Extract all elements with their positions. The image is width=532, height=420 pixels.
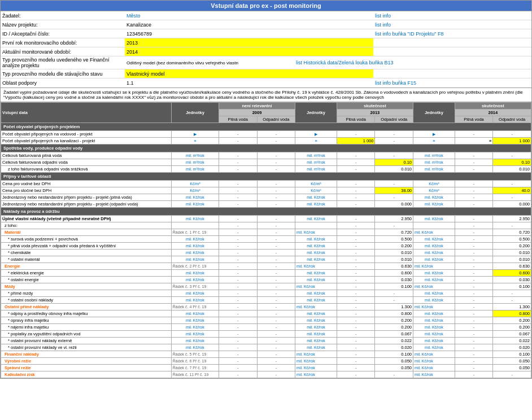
table-row: * pitná voda převzatá + odpadní voda pře… [1, 243, 531, 250]
row-units: mil. Kč/rok [171, 194, 219, 201]
row-units-2013: ▶ [295, 131, 337, 138]
cell-2013-o: 0.010 [375, 250, 413, 256]
cell-2014-p: - [455, 277, 493, 283]
cell-2009-p: - [219, 344, 257, 351]
value-aktualni[interactable]: 2014 [125, 47, 373, 56]
sub-pitna-2013: Pitná voda [337, 116, 375, 123]
sub-odpadni-2009: Odpadní voda [257, 116, 295, 123]
cell-2009-p: - [219, 256, 257, 263]
cell-2014-o: 0.10 [493, 159, 531, 166]
row-units-2: mil. Kč/rok [295, 351, 337, 358]
cell-2013-o: - [375, 181, 413, 187]
cell-2009-p: - [219, 351, 257, 358]
cell-2014-o: 0.800 [493, 310, 531, 317]
table-row: Jednorázový nebo nestandardní příjem pro… [1, 194, 531, 201]
row-units-3: mil. Kč/rok [413, 283, 455, 290]
cell-2013-p: - [337, 187, 375, 194]
cell-2014-p: - [455, 297, 493, 304]
form-row-id: ID / Akceptační číslo: 123456789 list in… [1, 29, 531, 38]
cell-2009-o: - [257, 324, 295, 331]
cell-2014-p: - [455, 131, 493, 138]
cell-2013-o: - [375, 194, 413, 201]
cell-2009-o: - [257, 138, 295, 145]
table-row: * ostatní provozní náklady ve vl. režii … [1, 344, 531, 351]
cell-2014-o: 0.030 [493, 277, 531, 283]
row-units-2014: mil. Kč/rok [413, 201, 455, 208]
cell-2009-p: - [219, 310, 257, 317]
cell-2014-p: - [455, 166, 493, 173]
cell-2014-o: - [493, 152, 531, 159]
cell-2009-o: - [257, 194, 295, 201]
cell-2014-o: - [493, 371, 531, 378]
cell-2014-o: - [493, 131, 531, 138]
row-label: Úplné vlastní náklady (včetně případně n… [1, 216, 172, 222]
cell-2009-o: - [257, 304, 295, 310]
section-header: Spotřeba vody, produkce odpadní vody [1, 145, 531, 152]
row-units-2014: mil. Kč/rok [413, 194, 455, 201]
row-label: Výrobní režie [1, 358, 172, 365]
cell-2014-o: 0.010 [493, 166, 531, 173]
cell-2014-p: - [455, 181, 493, 187]
cell-2013-o: 0.067 [375, 331, 413, 338]
cell-2014-o: 1.300 [493, 304, 531, 310]
cell-2014-p: - [455, 194, 493, 201]
cell-2013-o: - [375, 290, 413, 297]
cell-2013-o: 0.720 [375, 229, 413, 236]
row-units: ▶ [171, 131, 219, 138]
row-units: Kč/m³ [171, 187, 219, 194]
table-row: * elektrická energie mil. Kč/rok - - mil… [1, 270, 531, 277]
form-section: Žadatel: Město list info Název projektu:… [0, 11, 532, 88]
cell-2013-o: 0.800 [375, 310, 413, 317]
table-row: Úplné vlastní náklady (včetně případně n… [1, 216, 531, 222]
page-title: Vstupní data pro ex - post monitoring [0, 0, 532, 11]
table-row: Spotřeba vody, produkce odpadní vody [1, 145, 531, 152]
row-units-2014: mil. m³/rok [413, 159, 455, 166]
row-units-ref [171, 222, 219, 229]
row-units-2013: mil. Kč/rok [295, 297, 337, 304]
cell-2009-p: - [219, 229, 257, 236]
hint-nazev[interactable]: list info [373, 20, 531, 29]
table-row: Náklady na provoz a údržbu [1, 208, 531, 216]
row-units-2014: mil. Kč/rok [413, 310, 455, 317]
cell-2013-o: 1.300 [375, 304, 413, 310]
table-row: * surová voda podzemní + povrchová mil. … [1, 236, 531, 243]
row-label: * nájemi infra majetku [1, 324, 172, 331]
cell-2009-o: - [257, 270, 295, 277]
value-prvni-rok[interactable]: 2013 [125, 38, 373, 47]
cell-2009-o: - [257, 283, 295, 290]
hint-oblast[interactable]: list info buňka F15 [373, 78, 531, 88]
cell-2009-p: - [219, 159, 257, 166]
cell-2013-p: - [337, 256, 375, 263]
cell-2013-o: - [375, 371, 413, 378]
table-row: Správní režie Řádek č. 7 Př č. 19 - - mi… [1, 365, 531, 371]
label-aktualni: Aktuální monitorované období: [1, 47, 125, 56]
row-units-2013: mil. Kč/rok [295, 331, 337, 338]
cell-2013-p: - [337, 166, 375, 173]
col-header-vstupni-data: Vstupní data [1, 103, 172, 123]
row-units-3: mil. Kč/rok [413, 304, 455, 310]
row-units-2014: mil. Kč/rok [413, 270, 455, 277]
cell-2009-p: - [219, 152, 257, 159]
hint-zadatel[interactable]: list info [373, 11, 531, 20]
table-row: Příjmy v tarifové oblasti [1, 173, 531, 181]
cell-2013-o: 0.020 [375, 344, 413, 351]
hint-typ-stav [373, 69, 531, 78]
row-units-2014: mil. Kč/rok [413, 290, 455, 297]
row-units: mil. Kč/rok [171, 216, 219, 222]
table-row: Finanční náklady Řádek č. 5 Př č. 19 - -… [1, 351, 531, 358]
col-group-neni-relevantni: není relevantní [219, 103, 295, 110]
row-units-2014: mil. Kč/rok [413, 243, 455, 250]
hint-typ-fa[interactable]: list Historická data/Zelená louka buňka … [294, 56, 452, 69]
cell-2009-p: - [219, 138, 257, 145]
cell-2009-p: - [219, 166, 257, 173]
row-units-2014: ▶ [413, 131, 455, 138]
value-typ-stav[interactable]: Vlastnický model [125, 69, 373, 78]
value-zadatel[interactable]: Město [125, 11, 373, 20]
hint-id[interactable]: list info buňka "ID Projektu" F8 [373, 29, 531, 38]
cell-2009-o: - [257, 256, 295, 263]
cell-2009-o: - [257, 344, 295, 351]
row-units: mil. Kč/rok [171, 250, 219, 256]
cell-2014-o: 40.0 [493, 187, 531, 194]
cell-2009-o: - [257, 166, 295, 173]
row-units: mil. Kč/rok [171, 324, 219, 331]
